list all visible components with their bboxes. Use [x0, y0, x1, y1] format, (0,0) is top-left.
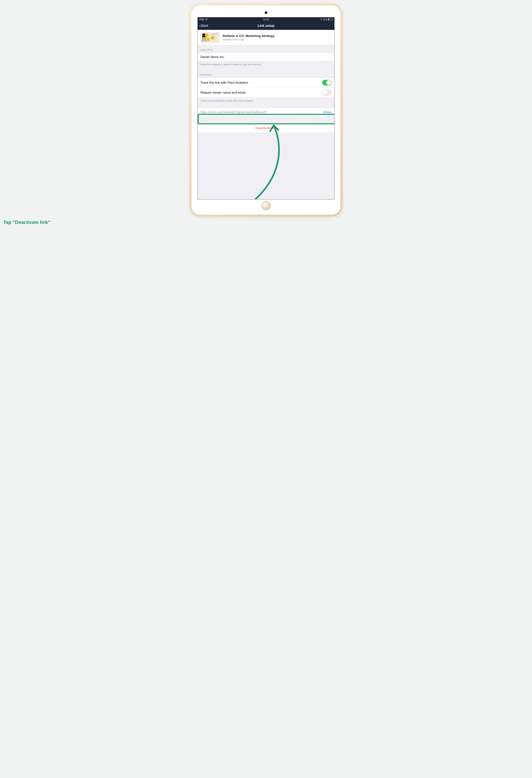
status-left: iPad — [199, 18, 208, 21]
bluetooth-icon — [320, 18, 322, 20]
nav-bar: ‹ Back Link setup — [198, 21, 334, 30]
share-button[interactable]: Share — [323, 110, 331, 114]
annotation-caption: Tap "Deactivate link" — [0, 220, 50, 225]
option-track-analytics: Track this link with Prezi Analytics — [198, 78, 334, 88]
page-title: Link setup — [257, 24, 275, 28]
toggle-require-viewer[interactable] — [322, 90, 331, 95]
presentation-header: STAFANI & CO Stefanie & CO. Marketing St… — [198, 30, 334, 45]
link-title-helper: Enter the company or viewer's name for y… — [198, 61, 334, 67]
status-right: 17% — [320, 18, 333, 21]
toggle-track-analytics[interactable] — [322, 80, 331, 85]
options-group: Track this link with Prezi Analytics Req… — [198, 78, 334, 98]
svg-rect-2 — [332, 19, 333, 20]
presentation-thumbnail: STAFANI & CO — [201, 32, 219, 43]
svg-line-5 — [205, 37, 206, 41]
battery-percent: 17% — [323, 18, 327, 21]
presentation-title: Stefanie & CO. Marketing Strategy — [223, 34, 331, 38]
ipad-device-frame: iPad 14:12 17% — [189, 3, 343, 217]
wifi-icon — [205, 18, 208, 20]
battery-icon — [328, 18, 333, 20]
back-label: Back — [201, 24, 208, 27]
presentation-info: Stefanie & CO. Marketing Strategy Update… — [223, 34, 331, 41]
ipad-bezel: iPad 14:12 17% — [192, 5, 340, 215]
svg-rect-1 — [328, 19, 329, 20]
presentation-updated: Updated 5 hours ago — [223, 38, 331, 41]
link-title-input[interactable]: Daniel Stone Inc. — [198, 53, 334, 61]
toggle-knob — [322, 90, 327, 95]
svg-line-4 — [202, 37, 203, 41]
screen: iPad 14:12 17% — [198, 17, 334, 200]
toggle-knob — [326, 80, 331, 85]
option-track-label: Track this link with Prezi Analytics — [201, 81, 248, 84]
options-header: OPTIONS — [198, 70, 334, 78]
content-area: STAFANI & CO Stefanie & CO. Marketing St… — [198, 30, 334, 199]
deactivate-link-button[interactable]: Deactivate link — [198, 123, 334, 133]
status-bar: iPad 14:12 17% — [198, 17, 334, 21]
share-url: https://prezi.com/view/vkDOgmecHelAOp8Ar… — [201, 110, 267, 114]
chevron-left-icon: ‹ — [199, 23, 201, 28]
option-require-viewer: Require viewer name and email — [198, 88, 334, 98]
status-time: 14:12 — [263, 18, 269, 21]
device-label: iPad — [199, 18, 204, 21]
url-row: https://prezi.com/view/vkDOgmecHelAOp8Ar… — [198, 108, 334, 116]
link-title-header: LINK TITLE — [198, 45, 334, 53]
back-button[interactable]: ‹ Back — [199, 23, 208, 28]
options-helper: Track your presentation's stats with Pre… — [198, 98, 334, 103]
home-button[interactable] — [261, 201, 271, 210]
camera-icon — [264, 11, 268, 14]
option-require-label: Require viewer name and email — [201, 91, 245, 94]
